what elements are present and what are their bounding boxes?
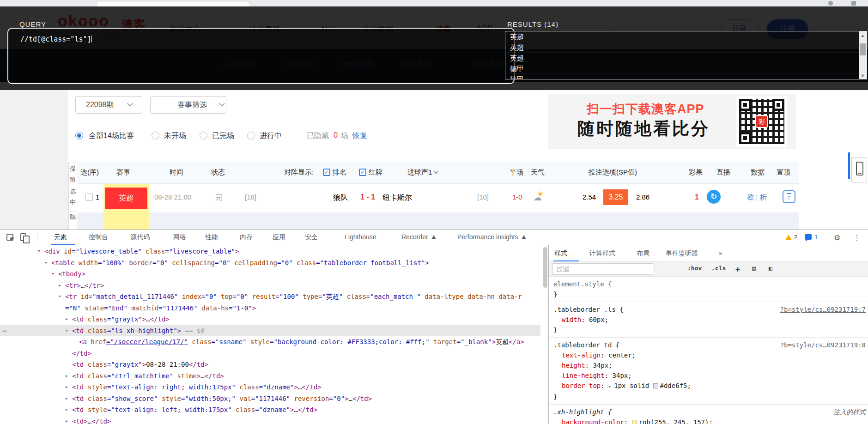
odds-draw-highlight[interactable]: 3.25 bbox=[603, 189, 628, 205]
settings-gear-icon[interactable]: ⚙ bbox=[834, 233, 840, 242]
css-selector[interactable]: .tableborder .ls { bbox=[553, 306, 624, 313]
expand-arrow-closed-icon[interactable]: ▸ bbox=[65, 370, 68, 382]
tab-network[interactable]: 网络 bbox=[173, 233, 186, 242]
tab-recorder[interactable]: Recorder bbox=[401, 233, 436, 241]
goal-sound-dropdown[interactable]: 进球声1 bbox=[407, 168, 437, 177]
elements-scrollbar-thumb[interactable] bbox=[543, 247, 547, 288]
css-property[interactable]: background-color: rgb(255, 245, 157); bbox=[553, 417, 866, 424]
match-score[interactable]: 1 - 1 bbox=[360, 193, 375, 201]
tree-node[interactable]: ▸<td>…</td> bbox=[0, 416, 540, 424]
expand-arrow-closed-icon[interactable]: ▸ bbox=[65, 393, 68, 405]
issue-dropdown[interactable]: 22098期 bbox=[75, 96, 142, 114]
tab-layout[interactable]: 布局 bbox=[637, 249, 649, 258]
radio-not-started[interactable] bbox=[152, 132, 159, 139]
css-property[interactable]: border-top: ▸ 1px solid #dde6f5; bbox=[553, 381, 866, 392]
odds-win[interactable]: 2.54 bbox=[583, 193, 596, 201]
message-count[interactable]: 1 bbox=[814, 234, 818, 241]
expand-arrow-closed-icon[interactable]: ▸ bbox=[65, 382, 68, 393]
tab-application[interactable]: 应用 bbox=[273, 233, 285, 242]
tree-node[interactable]: </td> bbox=[0, 348, 540, 359]
tree-node[interactable]: ▸<td class="show_score" style="width:50p… bbox=[0, 393, 540, 405]
warning-icon[interactable] bbox=[785, 235, 792, 240]
tab-lighthouse[interactable]: Lighthouse bbox=[345, 233, 376, 241]
browser-avatar-icon[interactable] bbox=[828, 1, 833, 6]
tree-node[interactable]: ▸<td class="graytx">…</td> bbox=[0, 314, 540, 325]
css-rule[interactable]: element.style {} bbox=[549, 277, 868, 302]
tree-node-selected[interactable]: ⋯▾<td class="ls xh-highlight"> == $0 bbox=[0, 325, 540, 337]
css-selector[interactable]: .tableborder td { bbox=[553, 341, 619, 349]
tab-computed[interactable]: 计算样式 bbox=[589, 249, 615, 258]
stylesheet-link[interactable]: ?b=style/cs…09231719:8 bbox=[780, 340, 866, 350]
result-item[interactable]: 英超 bbox=[505, 53, 867, 63]
tab-overflow-icon[interactable]: » bbox=[719, 249, 722, 257]
rank-checkbox-label[interactable]: 排名 bbox=[333, 168, 346, 177]
color-swatch[interactable] bbox=[632, 420, 637, 424]
expand-arrow-open-icon[interactable]: ▾ bbox=[37, 246, 41, 257]
css-property[interactable]: line-height: 34px; bbox=[553, 370, 866, 381]
stylesheet-link[interactable]: ?b=style/cs…09231719:7 bbox=[780, 304, 866, 315]
match-row[interactable]: 1 英超 08-28 21:00 完 [18] 狼队 1 - 1 纽卡斯尔 [1… bbox=[77, 184, 799, 212]
tree-node[interactable]: ▸<td class="ctrl_matchtime" stime>…</td> bbox=[0, 370, 540, 382]
color-swatch[interactable] bbox=[653, 383, 658, 388]
css-selector[interactable]: element.style { bbox=[553, 280, 612, 288]
tree-node[interactable]: ▾<tbody> bbox=[0, 268, 540, 280]
tree-node[interactable]: <a href="/soccer/league/17/" class="ssna… bbox=[0, 336, 540, 348]
redcard-checkbox[interactable]: ✓ bbox=[359, 169, 366, 176]
browser-tab[interactable] bbox=[97, 2, 249, 6]
dock-sidebar-icon[interactable]: ◧ bbox=[769, 265, 772, 272]
tab-security[interactable]: 安全 bbox=[305, 233, 318, 242]
tab-performance-insights[interactable]: Performance insights bbox=[457, 233, 526, 241]
xpath-query-box[interactable]: //td[@class="ls"] bbox=[7, 28, 515, 84]
expand-arrow-open-icon[interactable]: ▾ bbox=[65, 325, 68, 337]
new-rule-icon[interactable]: + bbox=[735, 265, 740, 274]
styles-rules-list[interactable]: element.style {}?b=style/cs…09231719:7.t… bbox=[549, 277, 868, 424]
radio-in-progress-label[interactable]: 进行中 bbox=[260, 131, 282, 141]
css-rule[interactable]: 注入的样式.xh-highlight {background-color: rg… bbox=[549, 405, 868, 424]
browser-menu-icon[interactable] bbox=[851, 1, 856, 6]
elements-tree[interactable]: ▾<div id="livescore_table" class="livesc… bbox=[0, 246, 540, 424]
home-team[interactable]: 狼队 bbox=[333, 193, 348, 203]
tree-node[interactable]: ▸<tr>…</tr> bbox=[0, 280, 540, 291]
xpath-query-input[interactable]: //td[@class="ls"] bbox=[20, 35, 92, 43]
row-checkbox[interactable] bbox=[85, 194, 93, 201]
live-replay-icon[interactable]: ↻ bbox=[707, 190, 721, 204]
tab-memory[interactable]: 内存 bbox=[240, 233, 253, 242]
css-property[interactable]: text-align: center; bbox=[553, 350, 866, 360]
pin-to-top-icon[interactable]: ↑ bbox=[783, 190, 795, 203]
radio-all-matches[interactable] bbox=[75, 132, 83, 139]
radio-not-started-label[interactable]: 未开场 bbox=[164, 131, 186, 141]
css-rule[interactable]: ?b=style/cs…09231719:8.tableborder td {t… bbox=[549, 338, 868, 405]
more-actions-icon[interactable]: ⋯ bbox=[3, 325, 7, 337]
css-property[interactable]: height: 34px; bbox=[553, 360, 866, 370]
warning-count[interactable]: 2 bbox=[794, 234, 797, 241]
tab-sources[interactable]: 源代码 bbox=[130, 233, 150, 242]
tree-node[interactable]: ▸<td style="text-align: right; width:175… bbox=[0, 382, 540, 393]
expand-arrow-closed-icon[interactable]: ▸ bbox=[65, 416, 68, 424]
expand-arrow-open-icon[interactable]: ▾ bbox=[44, 257, 48, 269]
expand-arrow-closed-icon[interactable]: ▸ bbox=[65, 314, 68, 325]
cls-toggle[interactable]: .cls bbox=[711, 265, 726, 272]
result-item[interactable]: 英超 bbox=[505, 31, 867, 42]
styles-filter-input[interactable]: 过滤 bbox=[552, 263, 653, 275]
results-scrollbar[interactable]: ▲ ▼ bbox=[859, 31, 867, 79]
result-item[interactable]: 英超 bbox=[505, 42, 867, 53]
scrollbar-thumb[interactable] bbox=[860, 43, 866, 55]
redcard-checkbox-label[interactable]: 红牌 bbox=[369, 168, 382, 177]
issues-icon[interactable] bbox=[805, 234, 812, 240]
paint-roller-icon[interactable]: ▤ bbox=[752, 265, 756, 272]
radio-all-matches-label[interactable]: 全部14场比赛 bbox=[89, 131, 134, 141]
europe-odds-link[interactable]: 欧 bbox=[747, 193, 754, 202]
css-property[interactable]: width: 60px; bbox=[553, 315, 866, 325]
mobile-app-widget[interactable] bbox=[851, 157, 867, 182]
tab-console[interactable]: 控制台 bbox=[89, 233, 108, 242]
restore-link[interactable]: 恢复 bbox=[352, 131, 367, 141]
tab-styles[interactable]: 样式 bbox=[554, 249, 567, 258]
tree-node[interactable]: ▾<div id="livescore_table" class="livesc… bbox=[0, 246, 540, 257]
side-keep-selected-tab[interactable]: 保 留 选 中 隐 bbox=[68, 163, 77, 230]
tab-elements[interactable]: 元素 bbox=[54, 233, 67, 242]
expand-arrow-open-icon[interactable]: ▾ bbox=[51, 268, 55, 280]
css-selector[interactable]: .xh-highlight { bbox=[553, 408, 612, 416]
odds-lose[interactable]: 2.86 bbox=[636, 193, 649, 201]
hov-toggle[interactable]: :hov bbox=[687, 265, 702, 272]
tree-node[interactable]: ▾<tr id="match_detail_1171446" index="0"… bbox=[0, 291, 540, 314]
